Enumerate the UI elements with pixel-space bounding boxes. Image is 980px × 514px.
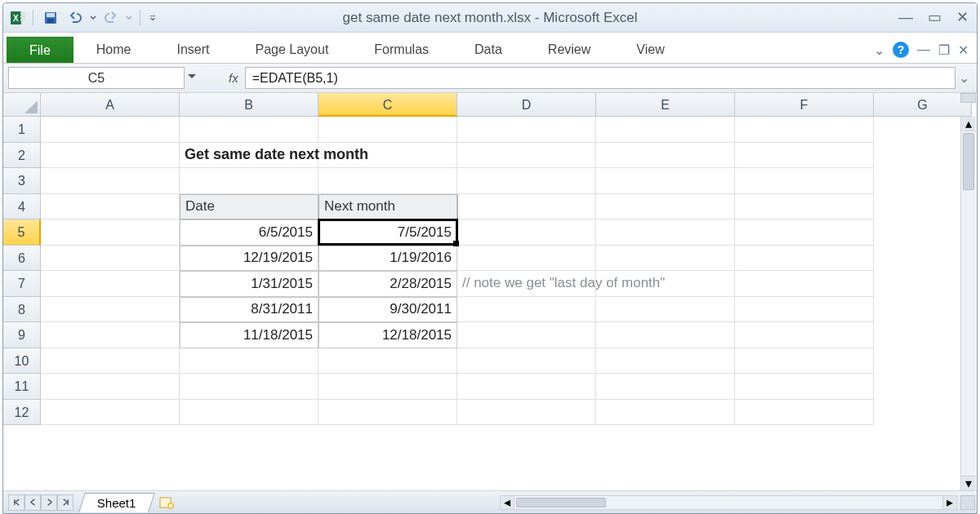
cell-D11[interactable]	[457, 374, 596, 400]
formula-input[interactable]: =EDATE(B5,1)	[245, 67, 956, 89]
horizontal-split-handle[interactable]	[960, 495, 975, 510]
cell-A2[interactable]	[41, 143, 180, 169]
cell-A11[interactable]	[41, 374, 180, 400]
cell-C11[interactable]	[318, 374, 457, 400]
col-B[interactable]: B	[180, 93, 318, 117]
row-5[interactable]: 5	[3, 219, 41, 246]
cell-E8[interactable]	[596, 297, 735, 323]
cell-C12[interactable]	[318, 400, 457, 426]
cell-F4[interactable]	[735, 194, 874, 220]
undo-dropdown[interactable]	[89, 15, 97, 21]
row-8[interactable]: 8	[3, 297, 41, 323]
col-D[interactable]: D	[457, 93, 596, 117]
cell-A9[interactable]	[41, 322, 180, 348]
col-G[interactable]: G	[874, 93, 972, 117]
row-7[interactable]: 7	[3, 271, 41, 297]
row-3[interactable]: 3	[3, 168, 41, 194]
cell-E6[interactable]	[596, 246, 735, 272]
select-all-corner[interactable]	[3, 93, 41, 117]
cell-B4[interactable]: Date	[180, 194, 318, 220]
col-F[interactable]: F	[735, 93, 874, 117]
workbook-close-icon[interactable]: ✕	[958, 42, 969, 58]
row-9[interactable]: 9	[3, 322, 41, 348]
cell-F10[interactable]	[735, 348, 874, 374]
cell-A10[interactable]	[41, 348, 180, 374]
tab-view[interactable]: View	[613, 37, 687, 63]
cell-B5[interactable]: 6/5/2015	[180, 219, 318, 246]
cell-D2[interactable]	[457, 143, 596, 169]
cell-E4[interactable]	[596, 194, 735, 220]
cell-A4[interactable]	[41, 194, 180, 220]
workbook-minimize-icon[interactable]: —	[917, 42, 930, 57]
cell-C10[interactable]	[318, 348, 457, 374]
scroll-down-icon[interactable]: ▾	[961, 476, 976, 490]
cell-A3[interactable]	[41, 168, 180, 194]
cell-E1[interactable]	[596, 117, 735, 143]
cell-B11[interactable]	[180, 374, 318, 400]
undo-button[interactable]	[65, 7, 86, 29]
cell-C6[interactable]: 1/19/2016	[318, 246, 457, 272]
minimize-icon[interactable]: —	[898, 9, 913, 26]
cell-A5[interactable]	[41, 219, 180, 246]
new-sheet-button[interactable]	[157, 494, 178, 511]
cell-B9[interactable]: 11/18/2015	[180, 322, 318, 348]
sheet-nav-next[interactable]	[41, 494, 57, 511]
cell-E3[interactable]	[596, 168, 735, 194]
cell-F9[interactable]	[735, 322, 874, 348]
tab-insert[interactable]: Insert	[154, 37, 232, 63]
cell-F5[interactable]	[735, 219, 874, 246]
vertical-scroll-thumb[interactable]	[963, 133, 974, 190]
row-12[interactable]: 12	[3, 400, 41, 426]
row-10[interactable]: 10	[3, 348, 41, 374]
cell-A7[interactable]	[41, 271, 180, 297]
cell-D12[interactable]	[457, 400, 596, 426]
save-button[interactable]	[40, 7, 61, 29]
tab-data[interactable]: Data	[452, 37, 525, 63]
tab-review[interactable]: Review	[525, 37, 613, 63]
row-11[interactable]: 11	[3, 374, 41, 400]
cell-C3[interactable]	[318, 168, 457, 194]
cell-B8[interactable]: 8/31/2011	[180, 297, 318, 323]
formula-expand-icon[interactable]: ⌄	[956, 70, 972, 86]
horizontal-scroll-track[interactable]	[514, 495, 942, 510]
col-E[interactable]: E	[596, 93, 735, 117]
cell-A6[interactable]	[41, 246, 180, 272]
cell-F1[interactable]	[735, 117, 874, 143]
name-box-dropdown[interactable]	[185, 72, 198, 85]
workbook-restore-icon[interactable]: ❐	[938, 42, 950, 58]
cell-F8[interactable]	[735, 297, 874, 323]
col-C[interactable]: C	[318, 93, 457, 117]
cell-E10[interactable]	[596, 348, 735, 374]
cell-B7[interactable]: 1/31/2015	[180, 271, 318, 297]
cell-D3[interactable]	[457, 168, 596, 194]
sheet-tab-active[interactable]: Sheet1	[78, 493, 154, 512]
help-icon[interactable]: ?	[893, 42, 909, 58]
cell-F11[interactable]	[735, 374, 874, 400]
qat-customize[interactable]	[147, 15, 158, 21]
sheet-nav-last[interactable]	[57, 494, 74, 511]
cell-E2[interactable]	[596, 143, 735, 169]
sheet-nav-first[interactable]	[8, 494, 24, 511]
name-box[interactable]: C5	[8, 67, 185, 89]
cell-E11[interactable]	[596, 374, 735, 400]
tab-home[interactable]: Home	[74, 37, 154, 63]
cell-D9[interactable]	[457, 322, 596, 348]
row-1[interactable]: 1	[3, 117, 41, 143]
redo-dropdown[interactable]	[125, 15, 133, 21]
cell-F3[interactable]	[735, 168, 874, 194]
col-A[interactable]: A	[41, 93, 180, 117]
scroll-right-icon[interactable]: ▸	[942, 495, 957, 510]
vertical-scrollbar[interactable]: ▴ ▾	[960, 117, 976, 490]
cell-D1[interactable]	[457, 117, 596, 143]
sheet-nav-prev[interactable]	[24, 494, 41, 511]
cell-C7[interactable]: 2/28/2015	[318, 271, 457, 297]
cell-E7[interactable]	[596, 271, 735, 297]
tab-page-layout[interactable]: Page Layout	[232, 37, 351, 63]
cell-C2[interactable]	[318, 143, 457, 169]
cell-D6[interactable]	[457, 246, 596, 272]
cell-E5[interactable]	[596, 219, 735, 246]
cell-B12[interactable]	[180, 400, 318, 426]
cell-D8[interactable]	[457, 297, 596, 323]
cell-C4[interactable]: Next month	[318, 194, 457, 220]
cell-E12[interactable]	[596, 400, 735, 426]
